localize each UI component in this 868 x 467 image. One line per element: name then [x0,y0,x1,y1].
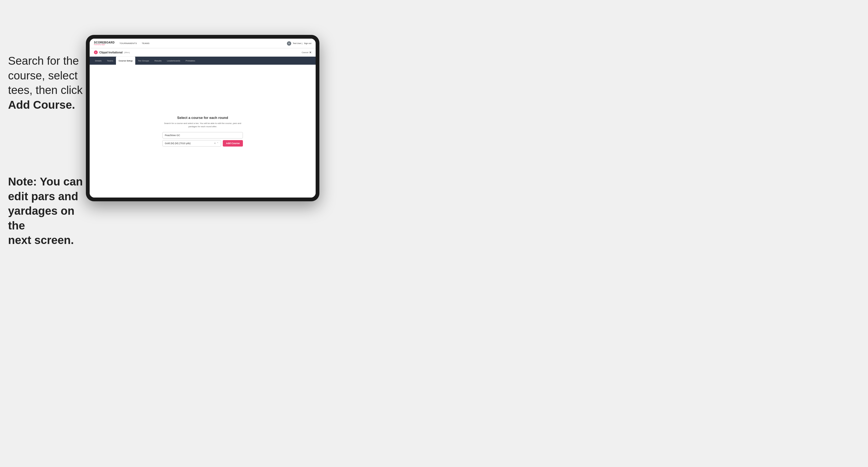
tournament-tag: (Men) [124,51,130,54]
logo-sub: Powered by clippd [94,44,115,45]
user-info: Test User | [293,42,303,44]
card-description: Search for a course and select a tee. Yo… [162,122,243,128]
tab-details[interactable]: Details [92,57,104,65]
annotation-line1: Search for the [8,55,79,67]
annotation-line3: tees, then click [8,84,83,96]
top-nav: SCOREBOARD Powered by clippd TOURNAMENTS… [90,39,316,48]
tournament-name: Clippd Invitational [99,51,123,54]
signout-link[interactable]: Sign out [304,42,311,44]
cancel-button[interactable]: Cancel ✕ [302,51,311,54]
nav-teams[interactable]: TEAMS [142,42,150,44]
card-title: Select a course for each round [162,116,243,120]
note-line3: yardages on the [8,205,74,232]
tee-select-controls: ✕ ⌃ [214,142,219,145]
tee-row: Gold (M) (M) (7010 yds) ✕ ⌃ Add Course [162,140,243,147]
main-content: Select a course for each round Search fo… [90,65,316,197]
tablet-frame: SCOREBOARD Powered by clippd TOURNAMENTS… [86,35,319,201]
tab-nav: Details Teams Course Setup Tee Groups Re… [90,57,316,65]
cancel-label: Cancel [302,51,308,54]
add-course-button[interactable]: Add Course [223,140,243,147]
tab-leaderboards[interactable]: Leaderboards [164,57,183,65]
note-line1: Note: You can [8,175,83,188]
top-nav-left: SCOREBOARD Powered by clippd TOURNAMENTS… [94,41,150,45]
annotation-bold: Add Course. [8,98,75,111]
tournament-title: C Clippd Invitational (Men) [94,51,130,54]
tournament-icon: C [94,51,98,54]
note-line2: edit pars and [8,190,78,203]
annotation-note: Note: You can edit pars and yardages on … [8,175,91,248]
tee-clear-icon[interactable]: ✕ [214,142,216,145]
tournament-header: C Clippd Invitational (Men) Cancel ✕ [90,48,316,57]
tab-course-setup[interactable]: Course Setup [116,57,135,65]
tee-select-text: Gold (M) (M) (7010 yds) [165,142,191,145]
tab-results[interactable]: Results [152,57,164,65]
top-nav-right: U Test User | Sign out [287,41,311,45]
cancel-x-icon: ✕ [309,51,311,54]
tab-tee-groups[interactable]: Tee Groups [135,57,152,65]
user-avatar: U [287,41,291,45]
tab-printables[interactable]: Printables [183,57,198,65]
course-search-input[interactable] [162,132,243,138]
tablet-screen: SCOREBOARD Powered by clippd TOURNAMENTS… [90,39,316,197]
tab-teams[interactable]: Teams [104,57,116,65]
course-setup-card: Select a course for each round Search fo… [162,116,243,147]
tee-expand-icon[interactable]: ⌃ [217,142,219,145]
tee-select[interactable]: Gold (M) (M) (7010 yds) ✕ ⌃ [162,140,221,147]
annotation-text: Search for the course, select tees, then… [8,54,86,112]
nav-tournaments[interactable]: TOURNAMENTS [119,42,137,44]
annotation-line2: course, select [8,69,78,82]
note-line4: next screen. [8,234,74,246]
logo: SCOREBOARD Powered by clippd [94,41,115,45]
